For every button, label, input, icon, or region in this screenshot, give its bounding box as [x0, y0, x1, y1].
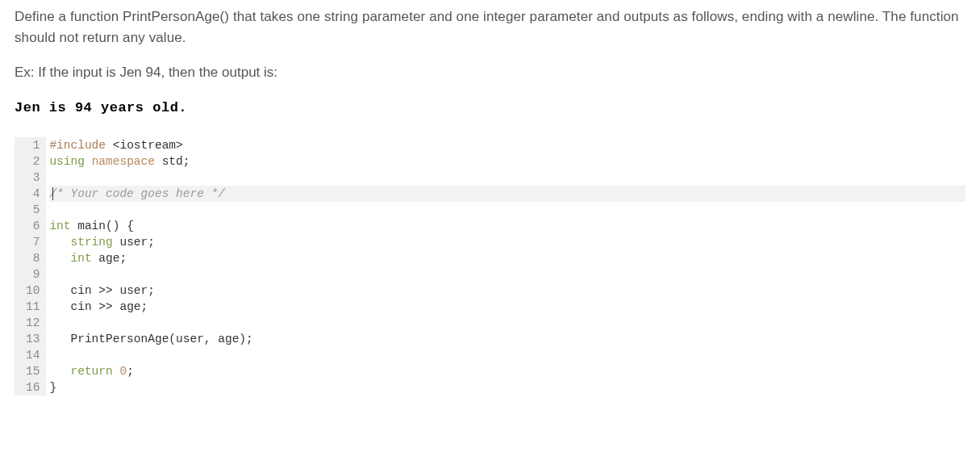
line-number-gutter: 12345678910111213141516: [15, 137, 46, 396]
code-line[interactable]: int age;: [49, 250, 965, 266]
code-token: {: [119, 220, 133, 232]
code-token: [106, 139, 113, 152]
line-number: 4: [26, 186, 40, 202]
code-token: ;: [127, 365, 134, 378]
code-token: >>: [98, 300, 112, 313]
code-token: PrintPersonAge(user, age);: [49, 333, 252, 345]
line-number: 16: [26, 379, 40, 396]
code-token: }: [49, 381, 56, 394]
code-token: [49, 252, 70, 265]
line-number: 6: [26, 218, 40, 234]
line-number: 14: [26, 347, 40, 363]
code-token: user;: [113, 284, 155, 297]
code-token: [71, 220, 78, 232]
code-token: /* Your code goes here */: [49, 187, 225, 200]
code-line[interactable]: [49, 347, 965, 363]
code-token: age;: [92, 252, 127, 265]
code-line[interactable]: [49, 202, 965, 218]
line-number: 2: [26, 153, 40, 170]
code-line[interactable]: #include <iostream>: [49, 137, 965, 153]
code-line[interactable]: [49, 266, 965, 282]
text-cursor: [52, 187, 53, 200]
code-line[interactable]: PrintPersonAge(user, age);: [49, 331, 965, 347]
code-token: #include: [49, 139, 106, 152]
code-token: user;: [113, 236, 155, 249]
code-line[interactable]: cin >> age;: [49, 299, 965, 315]
code-token: >>: [98, 284, 112, 297]
code-token: age;: [113, 300, 148, 313]
example-output: Jen is 94 years old.: [15, 98, 965, 119]
code-token: namespace: [92, 155, 155, 168]
code-line[interactable]: /* Your code goes here */: [49, 186, 965, 202]
code-line[interactable]: int main() {: [49, 218, 965, 234]
code-line[interactable]: string user;: [49, 234, 965, 250]
line-number: 10: [26, 282, 40, 299]
code-line[interactable]: }: [49, 379, 965, 396]
code-token: (): [106, 220, 119, 232]
code-token: using: [49, 155, 85, 168]
line-number: 9: [26, 266, 40, 282]
line-number: 3: [26, 170, 40, 186]
code-token: cin: [49, 284, 98, 297]
code-token: <iostream>: [113, 139, 183, 152]
line-number: 15: [26, 363, 40, 379]
code-token: return: [71, 365, 113, 378]
problem-description: Define a function PrintPersonAge() that …: [15, 6, 965, 48]
code-token: cin: [49, 300, 98, 313]
code-line[interactable]: cin >> user;: [49, 282, 965, 299]
code-token: 0: [119, 365, 127, 378]
line-number: 8: [26, 250, 40, 266]
code-editor[interactable]: 12345678910111213141516 #include <iostre…: [15, 137, 965, 396]
code-token: ;: [183, 155, 190, 168]
code-token: [155, 155, 162, 168]
code-area[interactable]: #include <iostream>using namespace std;/…: [46, 137, 965, 396]
code-token: [49, 365, 70, 378]
line-number: 11: [26, 299, 40, 315]
code-token: std: [162, 155, 183, 168]
code-token: main: [77, 220, 106, 232]
code-line[interactable]: return 0;: [49, 363, 965, 379]
line-number: 5: [26, 202, 40, 218]
code-token: [49, 236, 70, 249]
code-line[interactable]: using namespace std;: [49, 153, 965, 170]
code-token: int: [71, 252, 92, 265]
line-number: 7: [26, 234, 40, 250]
code-line[interactable]: [49, 170, 965, 186]
code-token: string: [71, 236, 113, 249]
code-token: int: [49, 220, 70, 232]
example-intro: Ex: If the input is Jen 94, then the out…: [15, 62, 965, 83]
line-number: 13: [26, 331, 40, 347]
line-number: 12: [26, 315, 40, 331]
code-token: [85, 155, 92, 168]
line-number: 1: [26, 137, 40, 153]
code-line[interactable]: [49, 315, 965, 331]
